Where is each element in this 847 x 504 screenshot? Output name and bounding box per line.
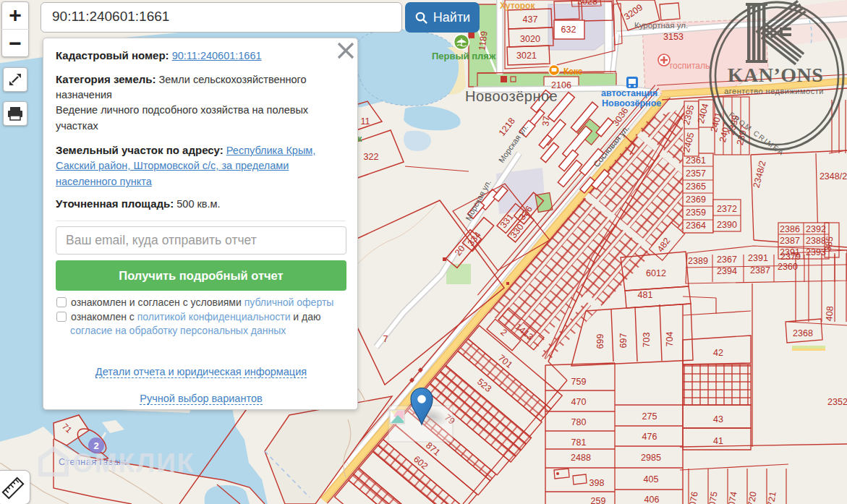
svg-text:476: 476 [642, 432, 657, 442]
svg-text:2387: 2387 [780, 236, 800, 246]
svg-text:2367: 2367 [717, 255, 737, 265]
svg-text:076: 076 [687, 491, 699, 504]
svg-text:Кекс: Кекс [563, 67, 583, 77]
svg-text:720: 720 [746, 491, 758, 504]
svg-text:2: 2 [93, 440, 98, 451]
svg-text:406: 406 [644, 495, 660, 504]
svg-text:2390: 2390 [717, 220, 737, 230]
svg-text:2985: 2985 [641, 453, 661, 463]
svg-text:2360: 2360 [778, 262, 798, 272]
svg-text:2352: 2352 [827, 397, 847, 407]
svg-text:2386: 2386 [780, 224, 800, 234]
svg-text:2359: 2359 [686, 208, 706, 218]
svg-text:автостанция: автостанция [601, 88, 657, 98]
svg-text:703: 703 [642, 333, 652, 348]
svg-text:697: 697 [618, 333, 629, 349]
svg-text:2389: 2389 [688, 256, 708, 266]
svg-text:2368: 2368 [793, 328, 813, 338]
svg-text:2391: 2391 [780, 247, 800, 257]
svg-text:322: 322 [364, 152, 379, 162]
svg-text:408: 408 [824, 306, 835, 322]
svg-text:7: 7 [383, 334, 388, 344]
svg-text:721: 721 [765, 491, 778, 504]
svg-text:2387: 2387 [750, 265, 770, 276]
svg-text:KAN’ONS: KAN’ONS [728, 64, 824, 86]
svg-text:781: 781 [571, 437, 587, 448]
svg-text:Первый пляж: Первый пляж [432, 51, 496, 61]
svg-text:37: 37 [540, 116, 552, 127]
svg-text:704: 704 [665, 332, 675, 347]
svg-text:2365: 2365 [686, 181, 706, 192]
svg-text:780: 780 [571, 417, 587, 427]
svg-text:699: 699 [595, 334, 605, 349]
svg-text:405: 405 [644, 474, 659, 484]
svg-text:ОМКЛИК: ОМКЛИК [72, 448, 195, 478]
svg-text:агентство недвижимости: агентство недвижимости [724, 87, 824, 95]
svg-text:42: 42 [713, 348, 723, 358]
svg-text:госпиталь: госпиталь [670, 61, 710, 71]
svg-text:470: 470 [571, 397, 587, 407]
svg-text:2369: 2369 [686, 195, 706, 205]
svg-text:Курортная ул.: Курортная ул. [634, 21, 688, 30]
svg-text:41: 41 [713, 436, 723, 446]
svg-text:3021: 3021 [516, 51, 537, 61]
svg-text:Новоозёрное: Новоозёрное [602, 98, 661, 108]
svg-text:481: 481 [638, 290, 653, 300]
svg-text:2357: 2357 [686, 168, 706, 179]
svg-text:2488: 2488 [571, 453, 591, 463]
svg-text:3153: 3153 [663, 32, 684, 42]
svg-text:6012: 6012 [646, 268, 666, 278]
svg-text:398: 398 [590, 478, 605, 488]
svg-text:Хуторок: Хуторок [500, 1, 535, 11]
svg-text:275: 275 [642, 411, 657, 422]
svg-text:632: 632 [561, 25, 576, 35]
svg-text:3028: 3028 [577, 0, 597, 7]
svg-text:075: 075 [707, 491, 719, 504]
svg-text:11: 11 [361, 116, 370, 127]
svg-text:2388: 2388 [806, 236, 826, 246]
svg-text:Новоозёрное: Новоозёрное [465, 88, 558, 104]
svg-text:074: 074 [726, 491, 739, 504]
svg-text:259: 259 [591, 496, 606, 504]
svg-text:3020: 3020 [520, 34, 540, 44]
svg-text:2391: 2391 [748, 253, 768, 263]
svg-text:2372: 2372 [717, 204, 737, 214]
svg-text:2392: 2392 [806, 224, 826, 234]
svg-text:2361: 2361 [686, 155, 706, 166]
svg-text:2394: 2394 [717, 266, 737, 276]
svg-text:437: 437 [523, 14, 538, 25]
svg-text:2364: 2364 [686, 221, 706, 231]
svg-text:43: 43 [713, 414, 723, 424]
svg-text:2348/2: 2348/2 [820, 171, 847, 181]
svg-text:759: 759 [571, 377, 587, 387]
